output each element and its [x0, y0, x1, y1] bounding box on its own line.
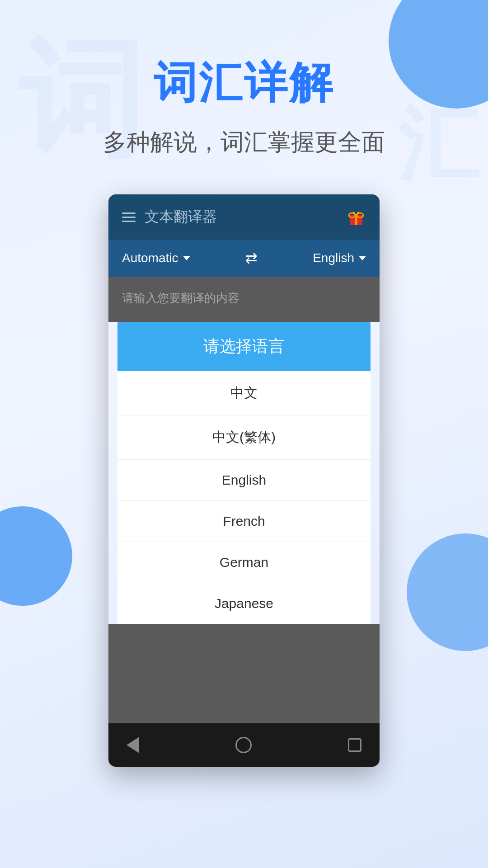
app-bar-left: 文本翻译器 — [122, 207, 217, 227]
target-lang-text: English — [313, 251, 354, 265]
hamburger-icon[interactable] — [122, 212, 136, 222]
nav-bar — [108, 723, 380, 767]
source-lang-dropdown-arrow — [183, 256, 190, 260]
source-lang-selector[interactable]: Automatic — [122, 251, 190, 265]
lang-option-ja[interactable]: Japanese — [117, 583, 371, 624]
lang-option-de[interactable]: German — [117, 542, 371, 583]
gray-area — [108, 624, 380, 723]
lang-option-zh[interactable]: 中文 — [117, 371, 371, 415]
lang-option-en[interactable]: English — [117, 460, 371, 501]
nav-back-button[interactable] — [127, 737, 139, 753]
lang-option-fr[interactable]: French — [117, 501, 371, 542]
dialog-header: 请选择语言 — [117, 322, 371, 371]
target-lang-selector[interactable]: English — [313, 251, 366, 265]
input-placeholder: 请输入您要翻译的内容 — [122, 291, 239, 305]
content-area: 请输入您要翻译的内容 — [108, 277, 380, 322]
app-bar: 文本翻译器 — [108, 194, 380, 240]
main-title: 词汇详解 — [154, 54, 334, 113]
gift-icon[interactable] — [346, 207, 366, 227]
target-lang-dropdown-arrow — [359, 256, 366, 260]
swap-icon[interactable]: ⇄ — [245, 250, 258, 267]
sub-title: 多种解说，词汇掌握更全面 — [103, 127, 385, 158]
app-bar-title: 文本翻译器 — [145, 207, 217, 227]
nav-recents-button[interactable] — [348, 738, 361, 752]
lang-bar: Automatic ⇄ English — [108, 240, 380, 277]
phone-mockup: 文本翻译器 Automatic ⇄ Engli — [108, 194, 380, 767]
source-lang-text: Automatic — [122, 251, 178, 265]
dialog-body: 中文中文(繁体)EnglishFrenchGermanJapanese — [117, 371, 371, 624]
lang-option-zh-tw[interactable]: 中文(繁体) — [117, 415, 371, 460]
page-content: 词汇详解 多种解说，词汇掌握更全面 文本翻译器 — [0, 0, 488, 767]
dialog-title: 请选择语言 — [203, 337, 285, 355]
nav-home-button[interactable] — [235, 737, 252, 753]
language-dialog: 请选择语言 中文中文(繁体)EnglishFrenchGermanJapanes… — [117, 322, 371, 624]
